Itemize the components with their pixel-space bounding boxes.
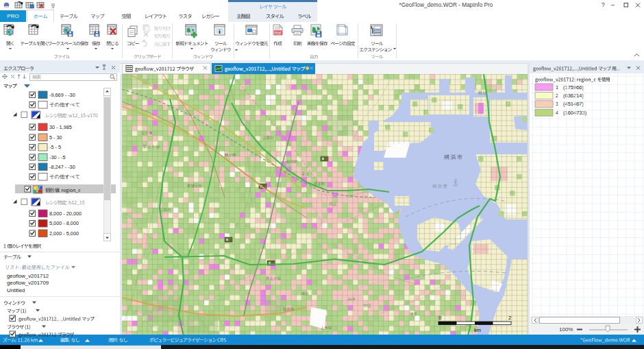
svg-text:i: i: [219, 28, 221, 35]
svg-text:0: 0: [438, 315, 442, 321]
svg-text:2: 2: [508, 315, 512, 321]
svg-text:PDF: PDF: [275, 31, 283, 35]
svg-text:km: km: [474, 327, 481, 333]
